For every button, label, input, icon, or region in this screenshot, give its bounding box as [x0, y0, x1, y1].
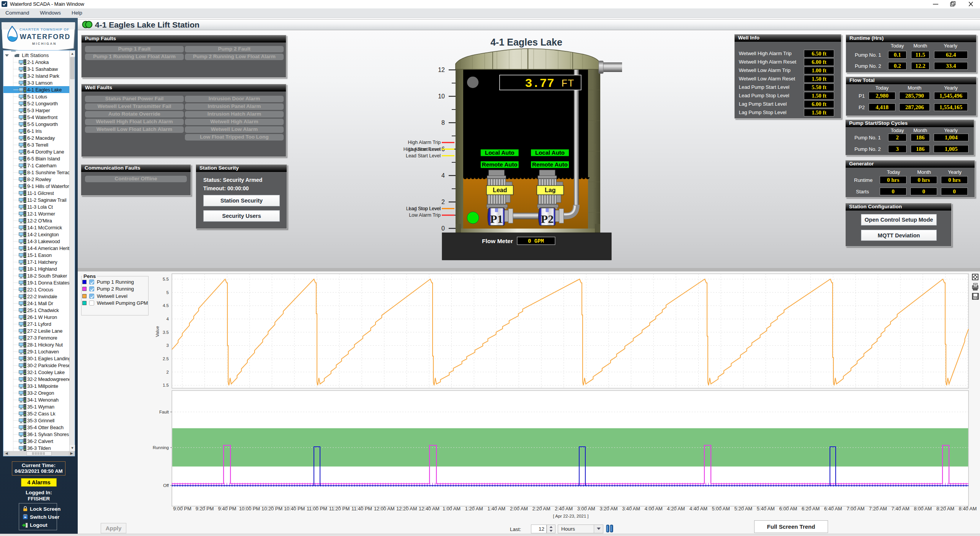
svg-text:4: 4: [441, 172, 445, 179]
svg-text:Off: Off: [163, 483, 169, 488]
svg-text:5: 5: [167, 290, 169, 295]
svg-text:1.5: 1.5: [163, 383, 169, 387]
svg-text:Local Auto: Local Auto: [485, 149, 514, 156]
svg-text:8: 8: [441, 119, 445, 126]
svg-text:7:00 AM: 7:00 AM: [846, 506, 864, 511]
svg-text:3: 3: [167, 343, 169, 348]
svg-text:Remote Auto: Remote Auto: [532, 161, 568, 168]
svg-text:7:40 AM: 7:40 AM: [892, 506, 910, 511]
svg-text:WATERFORD: WATERFORD: [20, 33, 71, 41]
svg-text:CHARTER TOWNSHIP OF: CHARTER TOWNSHIP OF: [20, 28, 69, 31]
svg-text:12:20 AM: 12:20 AM: [396, 506, 417, 511]
svg-text:[ Apr 22-23, 2021 ]: [ Apr 22-23, 2021 ]: [553, 514, 589, 518]
svg-text:1:00 AM: 1:00 AM: [443, 506, 461, 511]
svg-text:Lead: Lead: [493, 187, 507, 193]
svg-text:11:40 PM: 11:40 PM: [351, 506, 372, 511]
svg-text:4:40 AM: 4:40 AM: [689, 506, 707, 511]
svg-text:0: 0: [441, 225, 445, 232]
svg-text:10:20 PM: 10:20 PM: [261, 506, 283, 511]
svg-text:12:40 AM: 12:40 AM: [419, 506, 439, 511]
svg-text:Lead Start Level: Lead Start Level: [406, 153, 441, 159]
svg-text:11:00 PM: 11:00 PM: [307, 506, 327, 511]
svg-text:4.5: 4.5: [163, 303, 169, 308]
svg-text:8:40 AM: 8:40 AM: [959, 506, 977, 511]
svg-text:Lag Stop Level: Lag Stop Level: [409, 206, 441, 211]
svg-text:5:20 AM: 5:20 AM: [734, 506, 752, 511]
svg-text:2: 2: [167, 370, 169, 374]
svg-text:2:20 AM: 2:20 AM: [532, 506, 550, 511]
svg-text:Low Alarm Trip: Low Alarm Trip: [409, 212, 441, 218]
svg-text:9:00 PM: 9:00 PM: [173, 506, 191, 511]
svg-text:7:20 AM: 7:20 AM: [869, 506, 887, 511]
svg-text:1:40 AM: 1:40 AM: [487, 506, 505, 511]
svg-text:10:00 PM: 10:00 PM: [239, 506, 260, 511]
svg-text:0 GPM: 0 GPM: [528, 238, 544, 244]
svg-text:5:00 AM: 5:00 AM: [712, 506, 730, 511]
svg-text:Local Auto: Local Auto: [535, 149, 565, 156]
svg-text:4: 4: [167, 317, 169, 321]
svg-text:8:20 AM: 8:20 AM: [936, 506, 954, 511]
svg-text:4-1 Eagles Lake: 4-1 Eagles Lake: [490, 37, 562, 47]
svg-text:4:00 AM: 4:00 AM: [645, 506, 663, 511]
svg-text:6:20 AM: 6:20 AM: [802, 506, 820, 511]
svg-text:Flow Meter: Flow Meter: [482, 238, 513, 244]
svg-text:5.5: 5.5: [163, 277, 169, 281]
svg-text:P2: P2: [541, 212, 554, 225]
svg-text:2:40 AM: 2:40 AM: [555, 506, 573, 511]
svg-text:3:20 AM: 3:20 AM: [599, 506, 617, 511]
svg-text:Remote Auto: Remote Auto: [482, 161, 518, 168]
svg-text:12:00 AM: 12:00 AM: [374, 506, 395, 511]
svg-text:1:20 AM: 1:20 AM: [465, 506, 483, 511]
svg-text:FT: FT: [561, 78, 574, 90]
svg-text:3.77: 3.77: [525, 77, 554, 91]
svg-text:Lag: Lag: [545, 187, 555, 193]
svg-text:8:00 AM: 8:00 AM: [914, 506, 932, 511]
svg-text:3:00 AM: 3:00 AM: [577, 506, 595, 511]
svg-text:3.5: 3.5: [163, 330, 169, 335]
svg-text:3:40 AM: 3:40 AM: [622, 506, 640, 511]
svg-text:9:20 PM: 9:20 PM: [196, 506, 214, 511]
svg-text:2:00 AM: 2:00 AM: [510, 506, 528, 511]
svg-text:2: 2: [441, 199, 445, 205]
svg-text:Running: Running: [153, 445, 169, 450]
svg-text:P1: P1: [490, 212, 503, 225]
svg-text:9:40 PM: 9:40 PM: [218, 506, 236, 511]
svg-text:MICHIGAN: MICHIGAN: [32, 42, 57, 46]
svg-text:12: 12: [438, 67, 445, 73]
svg-text:High Alarm Trip: High Alarm Trip: [408, 140, 441, 145]
svg-text:Fault: Fault: [159, 410, 169, 414]
svg-text:6:00 AM: 6:00 AM: [779, 506, 797, 511]
svg-text:2.5: 2.5: [163, 356, 169, 361]
svg-text:10:40 PM: 10:40 PM: [284, 506, 305, 511]
svg-text:5:40 AM: 5:40 AM: [757, 506, 775, 511]
svg-text:Value: Value: [155, 326, 160, 337]
svg-text:4:20 AM: 4:20 AM: [667, 506, 685, 511]
svg-text:10: 10: [438, 93, 445, 100]
svg-text:6:40 AM: 6:40 AM: [824, 506, 842, 511]
svg-text:11:20 PM: 11:20 PM: [329, 506, 350, 511]
svg-text:Lag Start Level: Lag Start Level: [408, 147, 441, 152]
